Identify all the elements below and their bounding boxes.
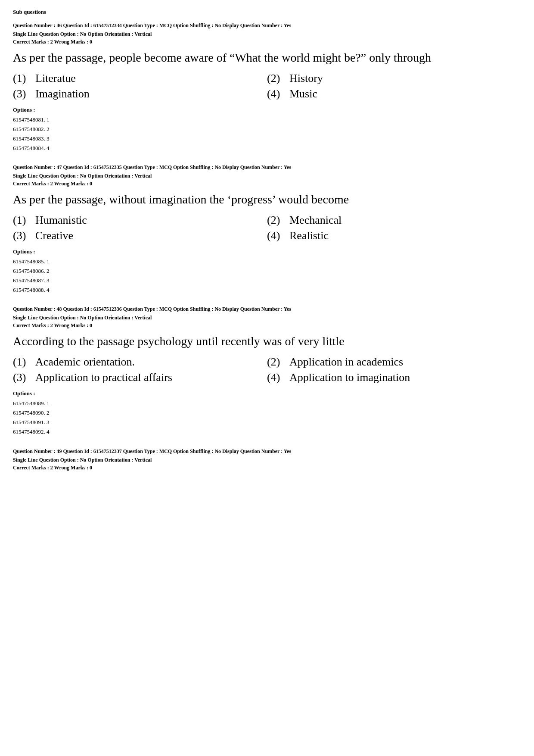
option-text-q47-0: Humanistic [35,214,87,227]
option-id-line: 61547548086. 2 [13,266,521,276]
option-text-q48-0: Academic orientation. [35,356,135,369]
page-header: Sub questions [13,9,521,16]
option-number-q46-0: (1) [13,72,28,85]
options-grid-q46: (1)Literatue(2)History(3)Imagination(4)M… [13,72,521,100]
question-meta-q48: Question Number : 48 Question Id : 61547… [13,305,521,313]
option-item-q47-2: (3)Creative [13,229,267,242]
option-item-q47-1: (2)Mechanical [267,214,521,227]
option-ids-q46: 61547548081. 161547548082. 261547548083.… [13,115,521,153]
option-id-line: 61547548088. 4 [13,285,521,295]
option-number-q46-2: (3) [13,87,28,100]
question-meta-q47: Question Number : 47 Question Id : 61547… [13,163,521,171]
question-meta-q46: Question Number : 46 Question Id : 61547… [13,22,521,29]
option-item-q48-0: (1)Academic orientation. [13,356,267,369]
correct-wrong-q46: Correct Marks : 2 Wrong Marks : 0 [13,39,521,45]
option-item-q46-3: (4)Music [267,87,521,100]
option-item-q48-2: (3)Application to practical affairs [13,371,267,384]
option-id-line: 61547548090. 2 [13,408,521,418]
option-number-q48-3: (4) [267,371,283,384]
option-text-q48-3: Application to imagination [289,371,410,384]
option-text-q46-2: Imagination [35,87,90,100]
option-text-q48-2: Application to practical affairs [35,371,172,384]
question-q48: Question Number : 48 Question Id : 61547… [13,305,521,437]
option-number-q47-0: (1) [13,214,28,227]
option-text-q46-1: History [289,72,323,85]
option-item-q47-0: (1)Humanistic [13,214,267,227]
option-id-line: 61547548087. 3 [13,276,521,285]
option-number-q47-3: (4) [267,229,283,242]
option-ids-q48: 61547548089. 161547548090. 261547548091.… [13,399,521,437]
options-grid-q47: (1)Humanistic(2)Mechanical(3)Creative(4)… [13,214,521,242]
question-q49: Question Number : 49 Question Id : 61547… [13,447,521,471]
correct-wrong-q47: Correct Marks : 2 Wrong Marks : 0 [13,181,521,187]
option-item-q46-2: (3)Imagination [13,87,267,100]
option-item-q46-1: (2)History [267,72,521,85]
option-number-q46-3: (4) [267,87,283,100]
option-number-q46-1: (2) [267,72,283,85]
option-id-line: 61547548091. 3 [13,418,521,427]
option-text-q47-3: Realistic [289,229,329,242]
option-number-q48-0: (1) [13,356,28,369]
correct-wrong-q48: Correct Marks : 2 Wrong Marks : 0 [13,322,521,329]
option-item-q46-0: (1)Literatue [13,72,267,85]
option-item-q47-3: (4)Realistic [267,229,521,242]
question-meta2-q47: Single Line Question Option : No Option … [13,172,521,180]
question-text-q46: As per the passage, people become aware … [13,50,521,66]
option-id-line: 61547548089. 1 [13,399,521,408]
options-label-q48: Options : [13,390,521,397]
options-grid-q48: (1)Academic orientation.(2)Application i… [13,356,521,384]
option-id-line: 61547548085. 1 [13,257,521,266]
option-text-q48-1: Application in academics [289,356,403,369]
option-item-q48-1: (2)Application in academics [267,356,521,369]
option-id-line: 61547548084. 4 [13,144,521,153]
question-meta2-q48: Single Line Question Option : No Option … [13,314,521,322]
option-number-q48-1: (2) [267,356,283,369]
option-text-q46-3: Music [289,87,317,100]
question-text-q47: As per the passage, without imagination … [13,191,521,208]
question-meta2-q46: Single Line Question Option : No Option … [13,30,521,38]
question-meta-q49: Question Number : 49 Question Id : 61547… [13,447,521,455]
question-q47: Question Number : 47 Question Id : 61547… [13,163,521,295]
option-item-q48-3: (4)Application to imagination [267,371,521,384]
option-text-q47-2: Creative [35,229,73,242]
option-text-q46-0: Literatue [35,72,76,85]
question-text-q48: According to the passage psychology unti… [13,333,521,350]
options-label-q47: Options : [13,248,521,255]
correct-wrong-q49: Correct Marks : 2 Wrong Marks : 0 [13,465,521,471]
option-number-q48-2: (3) [13,371,28,384]
option-id-line: 61547548083. 3 [13,134,521,144]
options-label-q46: Options : [13,106,521,113]
question-q46: Question Number : 46 Question Id : 61547… [13,22,521,153]
option-number-q47-2: (3) [13,229,28,242]
option-text-q47-1: Mechanical [289,214,342,227]
question-meta2-q49: Single Line Question Option : No Option … [13,456,521,464]
option-ids-q47: 61547548085. 161547548086. 261547548087.… [13,257,521,295]
option-number-q47-1: (2) [267,214,283,227]
option-id-line: 61547548092. 4 [13,427,521,437]
option-id-line: 61547548081. 1 [13,115,521,125]
option-id-line: 61547548082. 2 [13,125,521,134]
